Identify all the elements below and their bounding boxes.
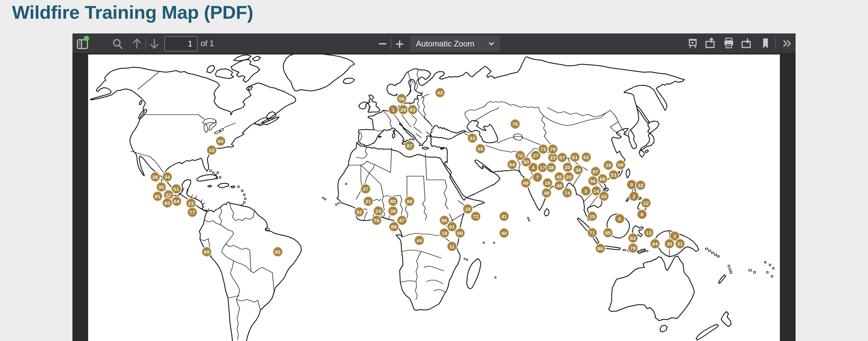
svg-text:1: 1	[392, 107, 395, 113]
svg-text:74: 74	[564, 190, 570, 196]
svg-text:45: 45	[556, 174, 562, 180]
svg-text:34: 34	[164, 174, 170, 180]
svg-text:21: 21	[365, 199, 371, 204]
svg-text:52: 52	[165, 192, 171, 198]
svg-text:56: 56	[590, 178, 596, 184]
svg-text:42: 42	[437, 90, 443, 95]
svg-text:35: 35	[158, 184, 164, 190]
svg-text:90: 90	[441, 218, 447, 223]
svg-text:43: 43	[601, 194, 607, 199]
svg-text:25: 25	[566, 174, 572, 180]
svg-text:28: 28	[400, 107, 406, 113]
svg-text:27: 27	[533, 153, 538, 159]
svg-text:76: 76	[374, 218, 380, 223]
svg-text:49: 49	[523, 180, 529, 186]
svg-text:18: 18	[465, 206, 471, 212]
svg-text:32: 32	[638, 182, 643, 188]
svg-text:39: 39	[390, 208, 396, 214]
svg-text:10: 10	[209, 147, 214, 153]
svg-text:81: 81	[155, 194, 161, 199]
svg-text:33: 33	[469, 135, 475, 141]
svg-text:80: 80	[390, 199, 396, 204]
svg-text:78: 78	[630, 246, 636, 251]
svg-text:51: 51	[173, 186, 179, 192]
svg-text:91: 91	[449, 224, 455, 230]
svg-text:7: 7	[536, 174, 539, 180]
svg-text:61: 61	[572, 154, 578, 160]
svg-text:20: 20	[564, 165, 570, 170]
svg-text:13: 13	[646, 230, 652, 236]
svg-text:62: 62	[583, 154, 589, 160]
svg-text:9: 9	[630, 182, 633, 188]
svg-text:46: 46	[556, 183, 562, 189]
svg-text:68: 68	[599, 176, 606, 182]
svg-text:29: 29	[605, 163, 611, 168]
svg-text:26: 26	[152, 174, 158, 180]
svg-text:31: 31	[677, 241, 683, 247]
svg-text:47: 47	[399, 218, 405, 223]
svg-text:15: 15	[589, 214, 595, 219]
svg-text:82: 82	[275, 249, 280, 255]
svg-text:8: 8	[641, 211, 644, 217]
svg-text:41: 41	[501, 214, 507, 219]
svg-text:84: 84	[652, 241, 658, 247]
svg-text:6: 6	[618, 216, 621, 222]
svg-text:67: 67	[593, 169, 598, 174]
svg-text:66: 66	[457, 230, 463, 236]
svg-text:92: 92	[356, 209, 362, 215]
svg-text:83: 83	[410, 107, 416, 113]
svg-text:69: 69	[204, 249, 210, 255]
svg-text:60: 60	[218, 138, 223, 144]
svg-text:77: 77	[189, 209, 195, 215]
svg-text:88: 88	[407, 199, 413, 204]
svg-text:16: 16	[545, 180, 551, 186]
svg-text:23: 23	[188, 201, 194, 206]
svg-text:14: 14	[593, 188, 599, 194]
svg-text:36: 36	[575, 167, 581, 173]
svg-text:30: 30	[666, 241, 672, 247]
svg-text:5: 5	[585, 188, 588, 194]
svg-text:55: 55	[477, 146, 484, 152]
svg-text:2: 2	[633, 194, 636, 199]
svg-text:50: 50	[523, 159, 529, 165]
svg-text:63: 63	[630, 235, 636, 241]
svg-text:24: 24	[375, 208, 381, 214]
svg-text:44: 44	[416, 238, 422, 244]
svg-text:72: 72	[473, 214, 478, 219]
svg-text:75: 75	[512, 121, 518, 127]
svg-text:3: 3	[673, 233, 676, 239]
svg-text:89: 89	[391, 224, 397, 230]
svg-text:22: 22	[550, 155, 556, 161]
svg-text:73: 73	[540, 146, 546, 152]
svg-text:85: 85	[605, 230, 611, 236]
svg-text:17: 17	[539, 165, 545, 171]
svg-text:64: 64	[174, 199, 180, 204]
svg-text:53: 53	[611, 172, 617, 178]
svg-text:40: 40	[501, 230, 507, 236]
svg-text:58: 58	[399, 96, 405, 102]
svg-text:57: 57	[559, 155, 565, 161]
svg-text:38: 38	[548, 165, 554, 171]
svg-text:12: 12	[643, 200, 649, 206]
svg-text:19: 19	[441, 230, 447, 236]
svg-text:86: 86	[597, 246, 603, 251]
svg-text:4: 4	[532, 165, 535, 171]
svg-text:59: 59	[618, 162, 624, 168]
svg-text:11: 11	[450, 244, 455, 249]
svg-text:71: 71	[589, 230, 595, 236]
svg-text:37: 37	[363, 186, 368, 192]
svg-text:79: 79	[550, 146, 556, 152]
svg-text:65: 65	[164, 200, 170, 206]
svg-text:48: 48	[544, 190, 550, 196]
svg-text:54: 54	[509, 162, 515, 168]
svg-text:70: 70	[517, 153, 523, 159]
svg-text:87: 87	[407, 143, 412, 149]
